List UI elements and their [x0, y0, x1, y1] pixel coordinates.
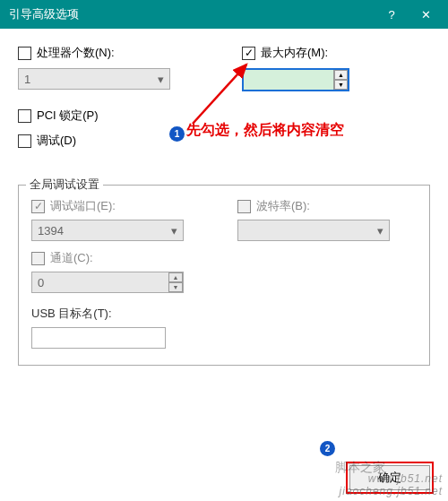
checkbox-icon	[242, 47, 255, 60]
debug-label: 调试(D)	[37, 133, 76, 149]
chevron-down-icon: ▾	[377, 224, 383, 238]
watermark-url: www.jb51.net	[368, 472, 443, 485]
chevron-down-icon: ▾	[171, 224, 177, 238]
global-debug-fieldset: 全局调试设置 调试端口(E): 1394 ▾ 波特率(B):	[18, 185, 430, 366]
channel-checkbox: 通道(C):	[31, 250, 211, 266]
annotation-text: 先勾选，然后将内容清空	[186, 121, 344, 140]
usb-target-input	[31, 327, 166, 349]
close-icon[interactable]: ✕	[412, 4, 439, 25]
baud-rate-checkbox: 波特率(B):	[237, 198, 417, 214]
chevron-down-icon: ▾	[158, 73, 164, 86]
max-memory-input[interactable]: ▲ ▼	[242, 68, 349, 91]
watermark-url-2: jiaocheng.jb51.net	[340, 485, 443, 497]
baud-rate-select: ▾	[237, 220, 390, 241]
annotation-badge-1: 1	[169, 126, 185, 142]
checkbox-icon	[18, 109, 31, 123]
annotation-badge-2: 2	[320, 441, 335, 456]
fieldset-legend: 全局调试设置	[26, 177, 103, 193]
checkbox-icon	[18, 47, 31, 60]
channel-label: 通道(C):	[50, 250, 93, 266]
usb-target-label: USB 目标名(T):	[31, 306, 417, 322]
checkbox-icon	[18, 134, 31, 148]
debug-port-select: 1394 ▾	[31, 220, 184, 241]
channel-spinner: 0 ▲ ▼	[31, 272, 184, 293]
spinner-up-icon: ▲	[168, 272, 183, 282]
window-controls: ? ✕	[378, 4, 439, 25]
baud-rate-label: 波特率(B):	[256, 198, 310, 214]
channel-value: 0	[38, 276, 44, 289]
checkbox-icon	[237, 200, 251, 213]
debug-port-checkbox: 调试端口(E):	[31, 198, 211, 214]
processor-count-select: 1 ▾	[18, 68, 170, 90]
max-memory-label: 最大内存(M):	[261, 45, 328, 61]
title-bar: 引导高级选项 ? ✕	[0, 0, 448, 29]
spinner-up-icon[interactable]: ▲	[334, 70, 348, 80]
spinner-down-icon: ▼	[168, 282, 183, 292]
window-title: 引导高级选项	[9, 6, 79, 22]
debug-port-label: 调试端口(E):	[50, 198, 116, 214]
help-icon[interactable]: ?	[378, 4, 405, 25]
processor-count-value: 1	[24, 73, 30, 86]
checkbox-icon	[31, 252, 45, 265]
pci-lock-label: PCI 锁定(P)	[37, 108, 99, 124]
spinner-down-icon[interactable]: ▼	[334, 80, 348, 90]
checkbox-icon	[31, 200, 45, 213]
processor-count-checkbox[interactable]: 处理器个数(N):	[18, 45, 206, 61]
processor-count-label: 处理器个数(N):	[37, 45, 115, 61]
max-memory-checkbox[interactable]: 最大内存(M):	[242, 45, 430, 61]
dialog-content: 处理器个数(N): 1 ▾ 最大内存(M): ▲ ▼ PCI	[0, 29, 448, 375]
debug-port-value: 1394	[38, 224, 64, 238]
